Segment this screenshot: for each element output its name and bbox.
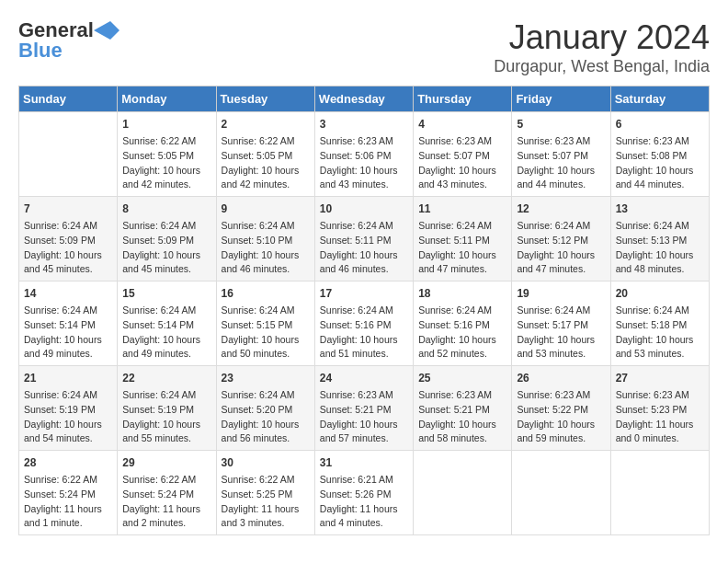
day-info: Daylight: 10 hours [222, 333, 310, 348]
day-number: 17 [320, 285, 408, 302]
day-info: Sunrise: 6:22 AM [122, 473, 210, 488]
day-info: Daylight: 10 hours [122, 248, 210, 263]
day-info: and 44 minutes. [517, 178, 605, 192]
day-info: Sunset: 5:10 PM [222, 234, 310, 248]
day-info: and 45 minutes. [24, 262, 112, 277]
day-info: Sunset: 5:26 PM [320, 488, 408, 502]
day-info: Daylight: 10 hours [517, 418, 605, 432]
calendar-cell: 2Sunrise: 6:22 AMSunset: 5:05 PMDaylight… [216, 112, 314, 197]
day-info: Sunset: 5:09 PM [24, 234, 112, 248]
calendar-cell: 24Sunrise: 6:23 AMSunset: 5:21 PMDayligh… [314, 366, 413, 451]
day-info: Daylight: 10 hours [24, 248, 112, 263]
day-info: and 59 minutes. [517, 431, 605, 446]
calendar-cell: 6Sunrise: 6:23 AMSunset: 5:08 PMDaylight… [610, 112, 709, 197]
day-info: Daylight: 11 hours [24, 502, 112, 517]
day-info: and 53 minutes. [616, 347, 704, 362]
day-number: 9 [222, 201, 310, 217]
day-info: and 0 minutes. [616, 431, 704, 446]
day-info: and 2 minutes. [122, 516, 210, 531]
day-info: and 43 minutes. [418, 178, 506, 192]
day-info: Sunset: 5:07 PM [418, 149, 506, 164]
day-info: Sunrise: 6:24 AM [222, 219, 310, 234]
calendar-cell: 22Sunrise: 6:24 AMSunset: 5:19 PMDayligh… [118, 366, 216, 451]
day-info: Sunrise: 6:21 AM [320, 473, 408, 488]
calendar-cell [414, 451, 512, 535]
day-info: Sunset: 5:22 PM [517, 403, 605, 418]
day-info: Sunset: 5:09 PM [122, 234, 210, 248]
day-info: Sunrise: 6:23 AM [616, 134, 704, 149]
day-info: and 49 minutes. [122, 347, 210, 362]
day-info: Sunrise: 6:24 AM [517, 304, 605, 318]
day-info: Daylight: 10 hours [222, 164, 310, 178]
calendar-cell: 12Sunrise: 6:24 AMSunset: 5:12 PMDayligh… [512, 197, 610, 282]
header-tuesday: Tuesday [216, 86, 314, 112]
calendar-week-4: 21Sunrise: 6:24 AMSunset: 5:19 PMDayligh… [19, 366, 710, 451]
day-info: Sunrise: 6:22 AM [222, 473, 310, 488]
day-number: 23 [222, 370, 310, 386]
day-info: and 48 minutes. [616, 262, 704, 277]
calendar-cell: 16Sunrise: 6:24 AMSunset: 5:15 PMDayligh… [216, 282, 314, 366]
day-info: Sunrise: 6:22 AM [122, 134, 210, 149]
day-info: Sunset: 5:15 PM [222, 318, 310, 333]
day-info: Sunrise: 6:23 AM [517, 388, 605, 403]
calendar-cell: 29Sunrise: 6:22 AMSunset: 5:24 PMDayligh… [118, 451, 216, 535]
calendar-cell: 28Sunrise: 6:22 AMSunset: 5:24 PMDayligh… [19, 451, 118, 535]
day-info: and 47 minutes. [418, 262, 506, 277]
day-info: Daylight: 10 hours [222, 248, 310, 263]
day-number: 25 [418, 370, 506, 386]
day-info: and 1 minute. [24, 516, 112, 531]
calendar-cell: 14Sunrise: 6:24 AMSunset: 5:14 PMDayligh… [19, 282, 118, 366]
day-info: and 54 minutes. [24, 431, 112, 446]
day-info: Sunrise: 6:24 AM [222, 388, 310, 403]
calendar-week-3: 14Sunrise: 6:24 AMSunset: 5:14 PMDayligh… [19, 282, 710, 366]
day-info: Sunset: 5:16 PM [320, 318, 408, 333]
day-number: 13 [616, 201, 704, 217]
day-info: Sunset: 5:14 PM [24, 318, 112, 333]
day-number: 10 [320, 201, 408, 217]
header-friday: Friday [512, 86, 610, 112]
day-number: 19 [517, 285, 605, 302]
day-info: Sunrise: 6:23 AM [616, 388, 704, 403]
day-info: and 56 minutes. [222, 431, 310, 446]
day-info: Sunset: 5:12 PM [517, 234, 605, 248]
header-sunday: Sunday [19, 86, 118, 112]
calendar-cell: 30Sunrise: 6:22 AMSunset: 5:25 PMDayligh… [216, 451, 314, 535]
day-info: Daylight: 10 hours [320, 164, 408, 178]
calendar-cell: 23Sunrise: 6:24 AMSunset: 5:20 PMDayligh… [216, 366, 314, 451]
calendar-location: Durgapur, West Bengal, India [494, 57, 710, 76]
logo-arrow-icon [94, 21, 119, 40]
day-info: Sunset: 5:19 PM [122, 403, 210, 418]
day-info: and 49 minutes. [24, 347, 112, 362]
day-info: and 53 minutes. [517, 347, 605, 362]
day-number: 16 [222, 285, 310, 302]
day-number: 4 [418, 116, 506, 132]
day-info: Sunset: 5:23 PM [616, 403, 704, 418]
day-number: 1 [122, 116, 210, 132]
day-info: Sunset: 5:21 PM [418, 403, 506, 418]
day-number: 27 [616, 370, 704, 386]
day-info: and 50 minutes. [222, 347, 310, 362]
day-number: 6 [616, 116, 704, 132]
day-info: Daylight: 11 hours [122, 502, 210, 517]
day-info: Sunrise: 6:24 AM [122, 219, 210, 234]
day-info: Daylight: 10 hours [418, 418, 506, 432]
day-info: Sunrise: 6:24 AM [418, 304, 506, 318]
day-info: Sunset: 5:05 PM [222, 149, 310, 164]
calendar-cell: 19Sunrise: 6:24 AMSunset: 5:17 PMDayligh… [512, 282, 610, 366]
day-info: Sunset: 5:13 PM [616, 234, 704, 248]
day-info: Daylight: 10 hours [517, 248, 605, 263]
day-info: and 52 minutes. [418, 347, 506, 362]
day-info: Daylight: 10 hours [122, 418, 210, 432]
day-info: Daylight: 11 hours [222, 502, 310, 517]
day-number: 3 [320, 116, 408, 132]
page-header: General Blue January 2024 Durgapur, West… [18, 18, 710, 76]
calendar-cell: 4Sunrise: 6:23 AMSunset: 5:07 PMDaylight… [414, 112, 512, 197]
day-info: Sunset: 5:07 PM [517, 149, 605, 164]
day-info: Daylight: 10 hours [616, 248, 704, 263]
day-info: Sunrise: 6:23 AM [418, 388, 506, 403]
day-number: 2 [222, 116, 310, 132]
day-number: 5 [517, 116, 605, 132]
day-number: 24 [320, 370, 408, 386]
logo-text-blue: Blue [18, 39, 63, 63]
calendar-cell: 5Sunrise: 6:23 AMSunset: 5:07 PMDaylight… [512, 112, 610, 197]
